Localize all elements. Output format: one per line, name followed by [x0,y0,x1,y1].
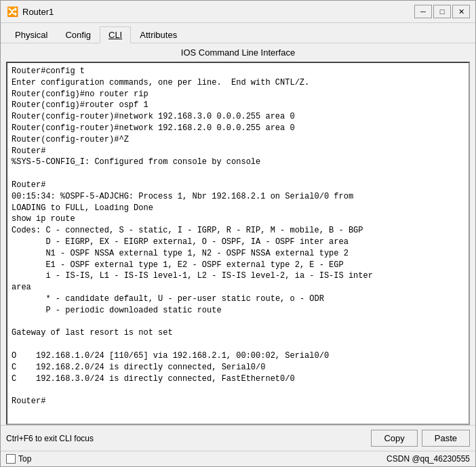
top-checkbox[interactable] [6,454,16,464]
terminal-container: Router#config t Enter configuration comm… [6,62,470,425]
terminal-output[interactable]: Router#config t Enter configuration comm… [7,63,469,424]
bottom-bar: Ctrl+F6 to exit CLI focus Copy Paste [1,425,475,451]
status-bar: Top CSDN @qq_46230555 [1,451,475,466]
close-button[interactable]: ✕ [452,5,470,18]
minimize-button[interactable]: ─ [414,5,432,18]
status-bar-right: CSDN @qq_46230555 [31,454,470,464]
copy-button[interactable]: Copy [371,430,417,447]
window-title: Router1 [22,7,414,17]
window-controls: ─ □ ✕ [414,5,470,18]
status-bar-left: Top [6,454,31,464]
tab-config[interactable]: Config [56,26,100,43]
paste-button[interactable]: Paste [422,430,470,447]
title-bar: 🔀 Router1 ─ □ ✕ [1,1,475,23]
main-window: 🔀 Router1 ─ □ ✕ Physical Config CLI Attr… [0,0,476,467]
tab-physical[interactable]: Physical [6,26,56,43]
maximize-button[interactable]: □ [433,5,451,18]
section-header: IOS Command Line Interface [1,43,475,62]
tab-bar: Physical Config CLI Attributes [1,23,475,43]
top-label: Top [18,454,31,464]
cli-focus-hint: Ctrl+F6 to exit CLI focus [6,434,367,443]
app-icon: 🔀 [6,5,18,18]
tab-cli[interactable]: CLI [100,26,131,43]
tab-attributes[interactable]: Attributes [131,26,186,43]
